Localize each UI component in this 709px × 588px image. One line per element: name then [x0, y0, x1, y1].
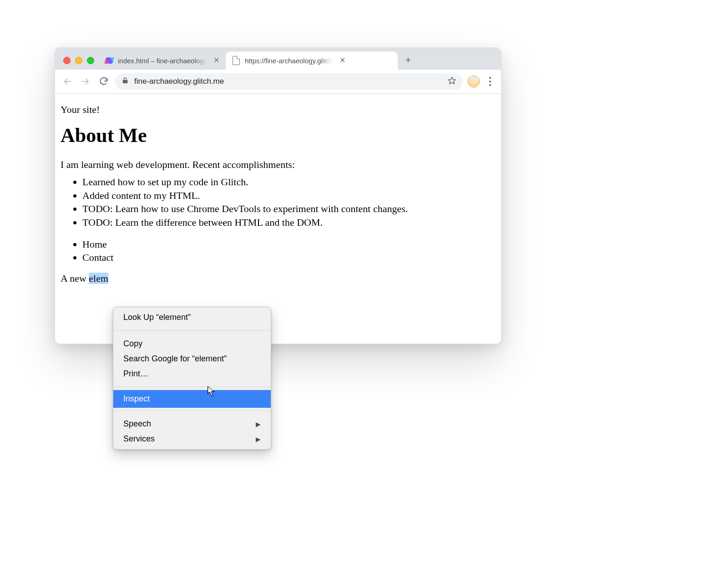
- page-subtitle: Your site!: [61, 104, 496, 116]
- ctx-services[interactable]: Services ▶: [113, 431, 271, 446]
- text-prefix: A new: [61, 273, 89, 284]
- list-item: TODO: Learn the difference between HTML …: [82, 216, 496, 229]
- ctx-search[interactable]: Search Google for “element”: [113, 351, 271, 366]
- menu-separator: [113, 387, 271, 387]
- context-menu[interactable]: Look Up “element” Copy Search Google for…: [113, 307, 271, 450]
- omnibox-url: fine-archaeology.glitch.me: [134, 77, 442, 86]
- arrow-right-icon: [81, 77, 90, 86]
- ctx-item-label: Services: [123, 434, 155, 444]
- ctx-item-label: Print…: [123, 369, 148, 379]
- list-item: Added content to my HTML.: [82, 189, 496, 203]
- ctx-lookup[interactable]: Look Up “element”: [113, 310, 271, 325]
- menu-separator: [113, 330, 271, 331]
- tabstrip: index.html – fine-archaeology ✕ https://…: [55, 48, 501, 70]
- toolbar: fine-archaeology.glitch.me: [55, 70, 501, 94]
- forward-button[interactable]: [79, 75, 92, 88]
- tab-title: index.html – fine-archaeology: [118, 57, 207, 65]
- tab-active[interactable]: https://fine-archaeology.glitch ✕: [226, 51, 398, 70]
- list-item: TODO: Learn how to use Chrome DevTools t…: [82, 202, 496, 216]
- window-minimize-dot[interactable]: [75, 57, 82, 64]
- submenu-arrow-icon: ▶: [256, 421, 261, 428]
- ctx-copy[interactable]: Copy: [113, 336, 271, 351]
- nav-list: Home Contact: [61, 238, 496, 264]
- page-heading: About Me: [61, 124, 496, 147]
- window-traffic-lights[interactable]: [59, 57, 99, 70]
- lock-icon: [122, 77, 129, 86]
- submenu-arrow-icon: ▶: [256, 436, 261, 443]
- tab-inactive[interactable]: index.html – fine-archaeology ✕: [99, 51, 226, 70]
- cursor-icon: [207, 385, 216, 397]
- new-element-paragraph: A new elem: [61, 273, 496, 284]
- back-button[interactable]: [61, 75, 74, 88]
- arrow-left-icon: [63, 77, 72, 86]
- ctx-item-label: Copy: [123, 339, 142, 349]
- glitch-favicon-icon: [105, 56, 113, 65]
- ctx-item-label: Inspect: [123, 394, 150, 404]
- reload-icon: [99, 77, 108, 86]
- svg-marker-2: [448, 77, 456, 84]
- profile-avatar[interactable]: [467, 75, 480, 88]
- accomplishments-list: Learned how to set up my code in Glitch.…: [61, 175, 496, 229]
- list-item: Learned how to set up my code in Glitch.: [82, 175, 496, 189]
- browser-menu-button[interactable]: [485, 75, 496, 88]
- ctx-inspect[interactable]: Inspect: [113, 390, 271, 408]
- reload-button[interactable]: [97, 75, 111, 88]
- window-zoom-dot[interactable]: [87, 57, 94, 64]
- selected-text: elem: [89, 273, 108, 284]
- window-close-dot[interactable]: [63, 57, 71, 64]
- ctx-item-label: Speech: [123, 419, 151, 429]
- ctx-speech[interactable]: Speech ▶: [113, 416, 271, 431]
- page-intro: I am learning web development. Recent ac…: [61, 159, 496, 171]
- menu-separator: [113, 411, 271, 411]
- ctx-item-label: Look Up “element”: [123, 313, 191, 322]
- bookmark-star-icon[interactable]: [447, 76, 456, 87]
- tab-close-icon[interactable]: ✕: [339, 57, 345, 64]
- page-content: Your site! About Me I am learning web de…: [55, 94, 501, 292]
- tab-close-icon[interactable]: ✕: [213, 57, 219, 64]
- omnibox[interactable]: fine-archaeology.glitch.me: [115, 73, 463, 90]
- tab-title: https://fine-archaeology.glitch: [245, 57, 333, 65]
- new-tab-button[interactable]: +: [401, 53, 415, 67]
- ctx-item-label: Search Google for “element”: [123, 354, 227, 364]
- list-item: Home: [82, 238, 496, 251]
- ctx-print[interactable]: Print…: [113, 366, 271, 381]
- file-icon: [232, 56, 240, 65]
- list-item: Contact: [82, 251, 496, 264]
- browser-window: index.html – fine-archaeology ✕ https://…: [55, 47, 501, 343]
